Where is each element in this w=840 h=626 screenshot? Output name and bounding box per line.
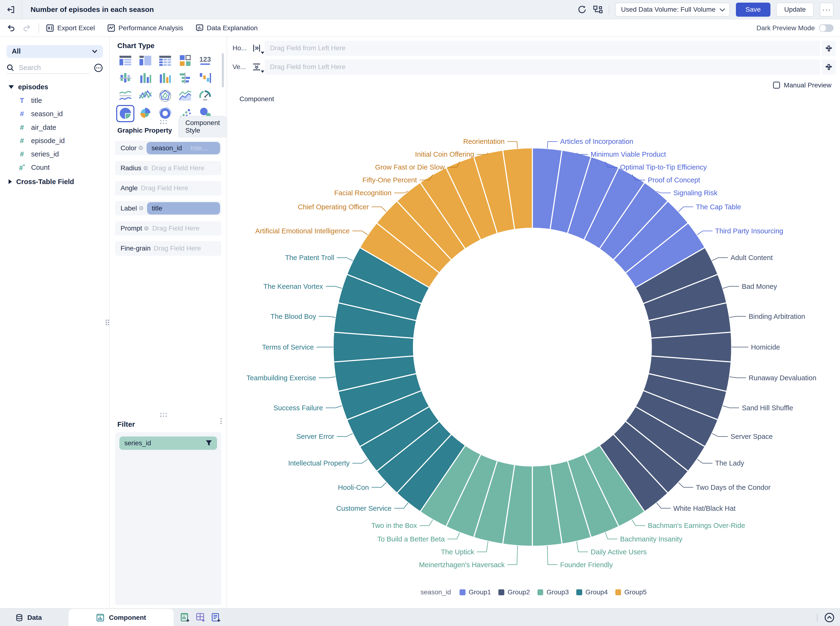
gear-icon[interactable]: ⚙: [138, 144, 143, 152]
slice-label: Grow Fast or Die Slow: [375, 163, 445, 171]
add-form-icon[interactable]: [211, 612, 221, 623]
exit-button[interactable]: [0, 0, 22, 19]
dark-preview-toggle[interactable]: [819, 24, 834, 32]
legend-item-group2[interactable]: Group2: [498, 588, 530, 596]
redo-icon[interactable]: [22, 23, 31, 33]
field-item-season_id[interactable]: #season_id: [18, 109, 63, 119]
more-actions-button[interactable]: ···: [820, 3, 834, 16]
update-button[interactable]: Update: [776, 3, 814, 16]
dataset-tree-root[interactable]: episodes: [9, 83, 49, 91]
chart-type-column-icon[interactable]: [136, 69, 154, 87]
chart-type-multi-column-icon[interactable]: [156, 69, 174, 87]
property-row-radius: Radius⚙Drag a Field Here: [115, 161, 221, 175]
chart-type-area-icon[interactable]: [176, 88, 194, 105]
slice-label: Articles of Incorporation: [560, 138, 633, 145]
field-item-air_date[interactable]: #air_date: [18, 122, 56, 133]
filter-dropzone[interactable]: series_id: [115, 432, 221, 605]
database-icon: [15, 613, 24, 622]
gear-icon[interactable]: ⚙: [143, 165, 148, 172]
undo-icon[interactable]: [6, 23, 16, 33]
refresh-icon[interactable]: [577, 5, 587, 14]
number-field-icon: #: [18, 137, 26, 145]
slice-label: Two Days of the Condor: [696, 484, 771, 491]
legend-swatch: [538, 589, 544, 595]
chart-type-line-icon[interactable]: [136, 88, 154, 105]
data-volume-select[interactable]: Used Data Volume: Full Volume: [615, 3, 730, 16]
cross-table-field-node[interactable]: Cross-Table Field: [9, 178, 74, 186]
gear-icon[interactable]: ⚙: [138, 205, 144, 212]
drop-placeholder[interactable]: Drag Field Here: [141, 184, 188, 192]
performance-analysis-button[interactable]: Performance Analysis: [107, 24, 183, 32]
add-dashboard-icon[interactable]: [196, 612, 206, 623]
gear-icon[interactable]: ⚙: [144, 225, 149, 232]
field-item-title[interactable]: Ttitle: [18, 95, 42, 106]
legend-item-group5[interactable]: Group5: [615, 588, 647, 596]
label-leader-line: [679, 482, 693, 487]
tab-component[interactable]: Component: [69, 609, 174, 626]
collapse-panel-icon[interactable]: [824, 612, 835, 623]
field-label: season_id: [31, 110, 63, 118]
legend-item-group3[interactable]: Group3: [538, 588, 569, 596]
tab-graphic-property[interactable]: Graphic Property: [110, 124, 179, 138]
chart-type-stacked-column-icon[interactable]: [116, 69, 134, 87]
chart-type-gauge-icon[interactable]: [196, 88, 214, 105]
data-explanation-button[interactable]: Data Explanation: [196, 24, 258, 32]
tab-component-style[interactable]: Component Style: [179, 116, 227, 138]
label-leader-line: [420, 520, 433, 526]
drop-placeholder[interactable]: Drag Field Here: [152, 225, 199, 232]
field-item-episode_id[interactable]: #episode_id: [18, 136, 65, 146]
funnel-icon: [205, 440, 212, 446]
clear-horizontal-button[interactable]: [822, 41, 836, 56]
slice-label: Daily Active Users: [591, 548, 647, 556]
chart-type-twin-line-icon[interactable]: [116, 88, 134, 105]
scrollbar[interactable]: [222, 53, 224, 88]
vertical-axis-selector[interactable]: [248, 59, 265, 75]
legend-item-group1[interactable]: Group1: [459, 588, 491, 596]
filter-field-pill[interactable]: series_id: [119, 437, 217, 450]
brush-icon: [825, 44, 833, 52]
caret-right-icon: [9, 179, 12, 184]
drop-placeholder[interactable]: Drag Field Here: [154, 244, 201, 252]
slice-label: Minimum Viable Product: [591, 150, 666, 158]
export-excel-button[interactable]: Export Excel: [46, 24, 95, 32]
chart-type-table-icon[interactable]: [156, 52, 174, 69]
field-pill[interactable]: title: [147, 202, 220, 214]
vertical-axis-dropzone[interactable]: Drag Field from Left Here: [265, 59, 820, 75]
chart-type-group-table-icon[interactable]: [136, 52, 154, 69]
dataset-selector[interactable]: All: [6, 45, 103, 58]
chart-type-pie-icon[interactable]: [116, 105, 134, 122]
field-item-Count[interactable]: #*Count: [18, 162, 50, 173]
tab-data[interactable]: Data: [15, 609, 42, 626]
flow-icon[interactable]: [593, 5, 603, 14]
label-leader-line: [353, 459, 368, 463]
chart-type-waterfall-icon[interactable]: [196, 69, 214, 87]
brush-icon: [825, 63, 833, 71]
chart-type-donut-icon[interactable]: [156, 105, 174, 122]
horizontal-axis-selector[interactable]: [248, 41, 265, 56]
filter-menu-icon[interactable]: ⋮: [218, 419, 219, 423]
slice-label: Proof of Concept: [648, 176, 700, 184]
slice-label: Bad Money: [742, 282, 777, 290]
section-resize-handle[interactable]: [160, 413, 168, 418]
label-leader-line: [577, 541, 588, 552]
clear-vertical-button[interactable]: [822, 59, 836, 75]
search-input[interactable]: Search: [6, 62, 89, 74]
chart-type-detail-table-icon[interactable]: [116, 52, 134, 69]
label-leader-line: [697, 459, 713, 463]
panel-resize-handle[interactable]: [105, 319, 110, 326]
field-pill[interactable]: season_idInte...: [147, 142, 220, 154]
chart-type-radar-icon[interactable]: [156, 88, 174, 105]
chart-type-bar-icon[interactable]: [176, 69, 194, 87]
drop-placeholder[interactable]: Drag a Field Here: [152, 164, 204, 172]
save-button[interactable]: Save: [736, 3, 770, 16]
chart-type-rose-pie-icon[interactable]: [136, 105, 154, 122]
slice-label: The Uptick: [441, 548, 474, 556]
chart-type-quadrant-icon[interactable]: [176, 52, 194, 69]
chart-type-indicator-card-icon[interactable]: 123: [196, 52, 214, 69]
add-chart-icon[interactable]: [180, 612, 190, 623]
legend-item-group4[interactable]: Group4: [576, 588, 608, 596]
chevron-down-icon: [92, 49, 98, 53]
horizontal-axis-dropzone[interactable]: Drag Field from Left Here: [265, 41, 820, 56]
field-options-icon[interactable]: [94, 63, 103, 72]
field-item-series_id[interactable]: #series_id: [18, 149, 59, 160]
